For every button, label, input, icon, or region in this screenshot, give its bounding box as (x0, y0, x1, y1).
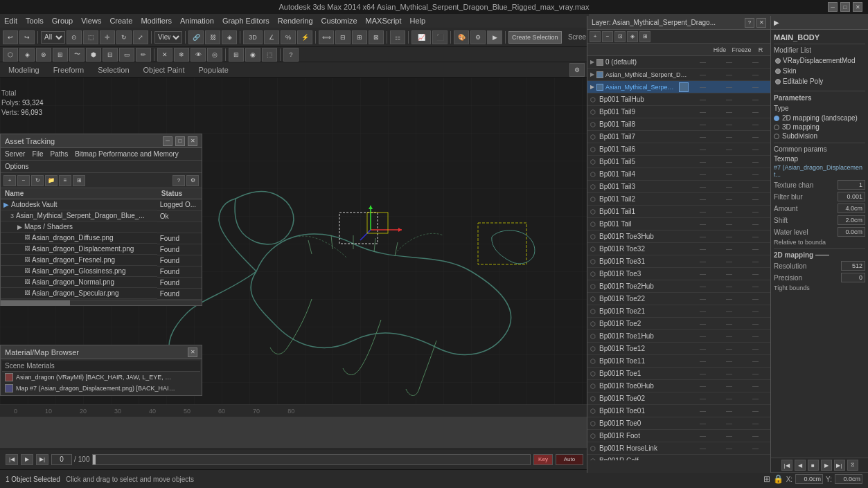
tab-selection[interactable]: Selection (94, 64, 133, 75)
3d-snap-btn[interactable]: 3D (243, 30, 263, 44)
table-row[interactable]: 🖼 Asian_dragon_Fresnel.png Found (1, 255, 202, 266)
ribbon-btn[interactable]: ▭ (119, 48, 134, 62)
menu-help[interactable]: Help (410, 17, 426, 25)
table-row[interactable]: 🖼 Asian_dragon_Diffuse.png Found (1, 233, 202, 244)
xform-btn[interactable]: ✕ (157, 48, 172, 62)
render-setup-btn[interactable]: ⚙ (470, 30, 486, 44)
type-3d-radio[interactable] (774, 125, 779, 130)
auto-key-btn[interactable]: Auto (556, 454, 583, 465)
frame-input[interactable]: 0 (51, 454, 72, 465)
model-btn[interactable]: ⬡ (3, 48, 18, 62)
shift-input[interactable] (838, 215, 865, 225)
tab-object-paint[interactable]: Object Paint (139, 64, 189, 75)
layer-item-bone[interactable]: ⬡ Bp001R Toe01 — — — (587, 405, 770, 417)
water-level-input[interactable] (838, 227, 865, 237)
asset-maximize-btn[interactable]: □ (175, 136, 185, 146)
table-row[interactable]: 🖼 Asian_dragon_Normal.png Found (1, 277, 202, 288)
texture-chan-input[interactable] (838, 180, 865, 190)
layer-item-selected[interactable]: ▶ Asian_Mythical_Serpen...gon_Blue_Rigge… (587, 81, 770, 93)
layer-item-bone[interactable]: ⬡ Bp001 Tail3 — — — (587, 181, 770, 193)
menu-graph-editors[interactable]: Graph Editors (222, 17, 269, 25)
layer-item-bone[interactable]: ⬡ Bp001R Toe11 — — — (587, 355, 770, 368)
table-row[interactable]: ▶ Autodesk Vault Logged O... (1, 199, 202, 211)
create-selection-btn[interactable]: Create Selection (508, 31, 562, 44)
layer-item-bone[interactable]: ⬡ Bp001R Toe32 — — — (587, 243, 770, 255)
nurbs-btn[interactable]: ⊗ (36, 48, 51, 62)
layer-item-bone[interactable]: ⬡ Bp001 Tail8 — — — (587, 118, 770, 131)
redo-btn[interactable]: ↪ (19, 30, 35, 44)
menu-edit[interactable]: Edit (4, 17, 17, 25)
material-editor-btn[interactable]: 🎨 (454, 30, 469, 44)
material-item-1[interactable]: Asian_dragon (VRayMtl) [BACK_HAIR, JAW, … (2, 372, 200, 383)
set-key-btn[interactable]: Key (533, 454, 553, 465)
help-btn[interactable]: ? (283, 48, 299, 62)
layer-item-bone[interactable]: ⬡ Bp001R HorseLink — — — (587, 442, 770, 455)
layer-item-bone[interactable]: ⬡ Bp001R Calf — — — (587, 455, 770, 460)
bbox-btn[interactable]: ⬚ (262, 48, 277, 62)
select-obj-btn[interactable]: ⊙ (67, 30, 82, 44)
select-region-btn[interactable]: ⬚ (83, 30, 98, 44)
layer-item-bone[interactable]: ⬡ Bp001 Tail6 — — — (587, 143, 770, 156)
clone-align-btn[interactable]: ⊠ (369, 30, 384, 44)
menu-rendering[interactable]: Rendering (278, 17, 313, 25)
tab-options-btn[interactable]: ⚙ (569, 63, 585, 77)
layer-item-bone[interactable]: ⬡ Bp001R Toe1Hub — — — (587, 330, 770, 343)
mod-prev-btn[interactable]: ◀ (795, 460, 806, 471)
menu-group[interactable]: Group (52, 17, 73, 25)
layer-item-bone[interactable]: ⬡ Bp001 Tail9 — — — (587, 106, 770, 118)
spinner-snap-btn[interactable]: ⚡ (297, 30, 312, 44)
asset-close-btn[interactable]: ✕ (188, 136, 197, 146)
subdivide-btn[interactable]: ⊟ (103, 48, 118, 62)
asset-menu-paths[interactable]: Paths (51, 150, 69, 158)
table-row[interactable]: 3 Asian_Mythical_Serpent_Dragon_Blue_...… (1, 210, 202, 222)
layer-item-bone[interactable]: ⬡ Bp001R Toe02 — — — (587, 392, 770, 405)
resolution-input[interactable] (841, 261, 865, 271)
layers-select-btn[interactable]: ⊡ (614, 31, 626, 42)
tab-freeform[interactable]: Freeform (49, 64, 89, 75)
modifier-item-skin[interactable]: Skin (774, 66, 865, 76)
layer-item-bone[interactable]: ⬡ Bp001R Toe21 — — — (587, 305, 770, 318)
table-row[interactable]: 🖼 Asian_dragon_Displacement.png Found (1, 244, 202, 255)
asset-options[interactable]: Options (5, 163, 28, 170)
layer-mgr-btn[interactable]: ⚏ (390, 30, 405, 44)
next-frame-btn[interactable]: ▶| (36, 454, 48, 465)
asset-minimize-btn[interactable]: ─ (163, 136, 172, 146)
schematic-btn[interactable]: ⬛ (432, 30, 448, 44)
selection-filter[interactable]: All (41, 31, 65, 44)
layer-item-bone[interactable]: ⬡ Bp001R Toe0Hub — — — (587, 380, 770, 392)
hide-btn[interactable]: 👁 (191, 48, 206, 62)
patch-btn[interactable]: ⊞ (53, 48, 68, 62)
play-btn[interactable]: ▶ (21, 454, 33, 465)
layer-item-bone[interactable]: ⬡ Bp001R Toe3Hub — — — (587, 231, 770, 243)
asset-add-btn[interactable]: + (3, 175, 16, 186)
material-item-2[interactable]: Map #7 (Asian_dragon_Displacement.png) [… (2, 383, 200, 394)
spline-btn[interactable]: 〜 (69, 48, 85, 62)
shaded-btn[interactable]: ◉ (245, 48, 260, 62)
type-sub-radio[interactable] (774, 134, 779, 139)
layer-item-bone[interactable]: ⬡ Bp001R Toe0 — — — (587, 417, 770, 430)
asset-menu-server[interactable]: Server (5, 150, 25, 158)
asset-remove-btn[interactable]: − (17, 175, 30, 186)
poly-btn[interactable]: ◈ (19, 48, 35, 62)
tab-modeling[interactable]: Modeling (4, 64, 44, 75)
undo-btn[interactable]: ↩ (3, 30, 18, 44)
amount-input[interactable] (838, 204, 865, 213)
angle-snap-btn[interactable]: ∠ (264, 30, 279, 44)
layer-item-bone[interactable]: ⬡ Bp001R Toe31 — — — (587, 255, 770, 268)
asset-menu-file[interactable]: File (32, 150, 43, 158)
isolate-btn[interactable]: ◎ (207, 48, 222, 62)
rotate-btn[interactable]: ↻ (116, 30, 132, 44)
coord-x-input[interactable] (795, 474, 823, 484)
asset-refresh-btn[interactable]: ↻ (31, 175, 44, 186)
asset-scrollbar-thumb[interactable] (1, 300, 70, 306)
mod-stop-btn[interactable]: ■ (808, 460, 819, 471)
close-btn[interactable]: ✕ (853, 2, 862, 12)
type-2d-radio[interactable] (774, 116, 779, 121)
layers-close-btn[interactable]: ✕ (756, 18, 766, 28)
layer-item-bone[interactable]: ⬡ Bp001 Tail5 — — — (587, 156, 770, 168)
asset-scrollbar[interactable] (1, 300, 202, 305)
layers-highlight-btn[interactable]: ◈ (627, 31, 638, 42)
percent-snap-btn[interactable]: % (281, 30, 296, 44)
mod-end-btn[interactable]: ▶| (834, 460, 845, 471)
minimize-btn[interactable]: ─ (828, 2, 838, 12)
